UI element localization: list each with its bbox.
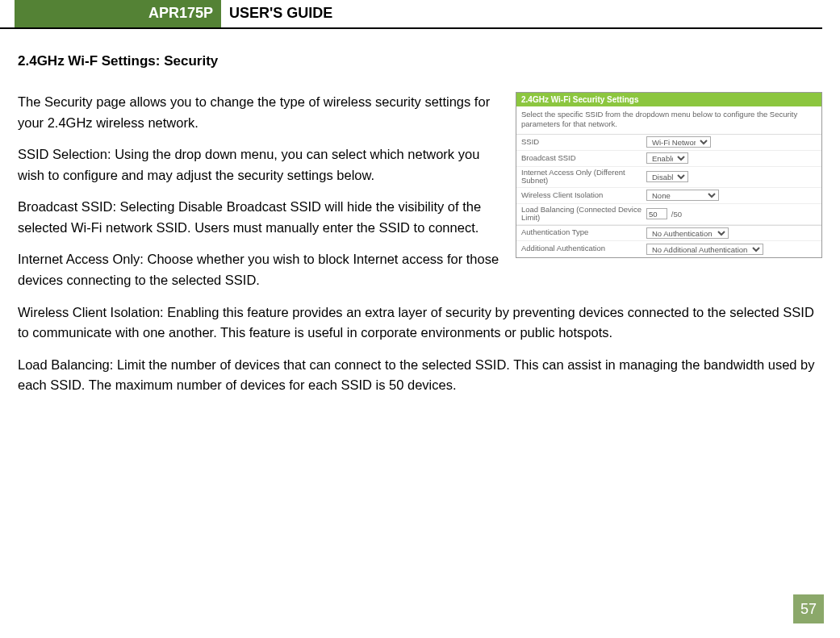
- paragraph-client-isolation: Wireless Client Isolation: Enabling this…: [18, 302, 822, 344]
- body-wrap: 2.4GHz Wi-Fi Security Settings Select th…: [18, 92, 822, 396]
- label-iao: Internet Access Only (Different Subnet): [521, 169, 646, 186]
- wci-select[interactable]: None: [646, 190, 719, 201]
- row-wci: Wireless Client Isolation None: [516, 188, 821, 204]
- addauth-select[interactable]: No Additional Authentication: [646, 244, 763, 255]
- row-load-balancing: Load Balancing (Connected Device Limit) …: [516, 204, 821, 225]
- page-header: APR175P USER'S GUIDE: [0, 0, 822, 29]
- load-balancing-suffix: /50: [671, 210, 682, 219]
- row-auth: Authentication Type No Authentication: [516, 225, 821, 241]
- row-broadcast: Broadcast SSID Enable: [516, 151, 821, 167]
- label-auth: Authentication Type: [521, 228, 646, 236]
- label-ssid: SSID: [521, 138, 646, 146]
- auth-select[interactable]: No Authentication: [646, 227, 729, 239]
- iao-select[interactable]: Disable: [646, 171, 688, 182]
- product-badge: APR175P: [15, 0, 221, 27]
- screenshot-banner: 2.4GHz Wi-Fi Security Settings: [516, 93, 821, 106]
- label-addauth: Additional Authentication: [521, 244, 646, 252]
- row-ssid: SSID Wi-Fi Network 1: [516, 135, 821, 151]
- guide-title: USER'S GUIDE: [221, 0, 332, 27]
- ssid-select[interactable]: Wi-Fi Network 1: [646, 136, 711, 148]
- row-addauth: Additional Authentication No Additional …: [516, 241, 821, 257]
- label-load-balancing: Load Balancing (Connected Device Limit): [521, 206, 646, 223]
- paragraph-load-balancing: Load Balancing: Limit the number of devi…: [18, 355, 822, 396]
- label-broadcast: Broadcast SSID: [521, 154, 646, 162]
- page-content: 2.4GHz Wi-F Settings: Security 2.4GHz Wi…: [0, 29, 840, 396]
- label-wci: Wireless Client Isolation: [521, 191, 646, 199]
- settings-screenshot: 2.4GHz Wi-Fi Security Settings Select th…: [516, 92, 822, 258]
- broadcast-select[interactable]: Enable: [646, 152, 688, 164]
- page-number: 57: [793, 594, 824, 623]
- row-iao: Internet Access Only (Different Subnet) …: [516, 167, 821, 188]
- screenshot-hint: Select the specific SSID from the dropdo…: [516, 106, 821, 135]
- load-balancing-input[interactable]: [646, 208, 667, 219]
- section-title: 2.4GHz Wi-F Settings: Security: [18, 53, 822, 69]
